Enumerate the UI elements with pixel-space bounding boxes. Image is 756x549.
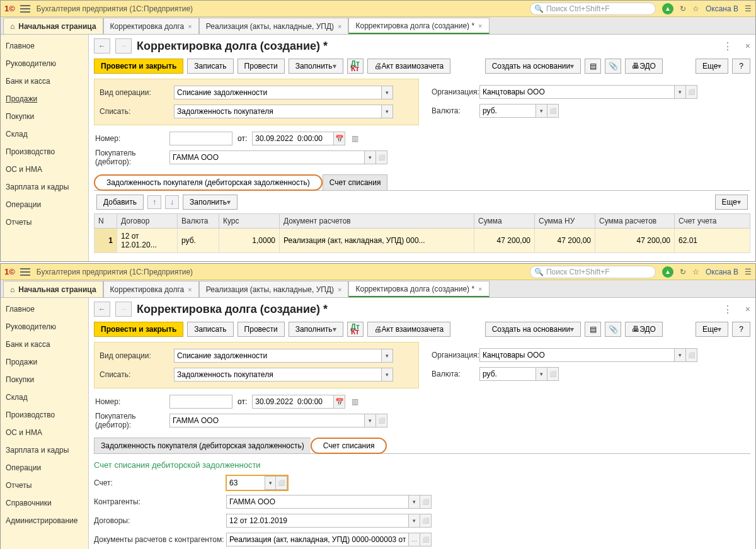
back-button[interactable]: ← — [94, 302, 110, 317]
dropdown-icon[interactable]: ▾ — [365, 414, 376, 427]
close-icon[interactable]: × — [478, 22, 482, 30]
edo-button[interactable]: 🖶 ЭДО — [625, 322, 663, 337]
nav-pokupki[interactable]: Покупки — [1, 371, 88, 388]
close-icon[interactable]: × — [338, 23, 341, 30]
hamburger-icon[interactable] — [20, 5, 30, 13]
post-button[interactable]: Провести — [238, 322, 285, 337]
dropdown-icon[interactable]: ▾ — [409, 495, 420, 509]
open-icon[interactable]: ⬜ — [547, 367, 559, 381]
hamburger-icon[interactable] — [20, 268, 30, 276]
open-icon[interactable]: ⬜ — [686, 85, 697, 99]
down-arrow-icon[interactable]: ↓ — [165, 195, 179, 209]
dropdown-icon[interactable]: ▾ — [265, 476, 276, 490]
date-input[interactable] — [252, 395, 334, 409]
tab-1[interactable]: Корректировка долга× — [103, 18, 199, 34]
nav-pokupki[interactable]: Покупки — [1, 108, 88, 125]
calendar-icon[interactable]: 📅 — [334, 395, 345, 409]
dropdown-icon[interactable]: ▾ — [365, 150, 376, 164]
dropdown-icon[interactable]: ▾ — [536, 367, 547, 381]
close-icon[interactable]: × — [338, 286, 341, 293]
star-icon[interactable]: ☆ — [692, 268, 699, 276]
search-input[interactable]: 🔍Поиск Ctrl+Shift+F — [530, 266, 656, 278]
dropdown-icon[interactable]: ▾ — [382, 349, 393, 363]
subtab-debt[interactable]: Задолженность покупателя (дебиторская за… — [100, 175, 316, 190]
close-icon[interactable]: × — [188, 23, 192, 30]
help-button[interactable]: ? — [732, 59, 750, 74]
writeoff-input[interactable] — [174, 105, 382, 118]
write-button[interactable]: Записать — [187, 322, 233, 337]
nav-operacii[interactable]: Операции — [1, 459, 88, 477]
org-input[interactable] — [479, 348, 675, 362]
user-name[interactable]: Оксана В — [706, 4, 738, 13]
date-input[interactable] — [252, 132, 334, 145]
list-icon[interactable]: ▥ — [352, 134, 358, 143]
fill-button[interactable]: Заполнить — [289, 59, 343, 74]
op-type-input[interactable] — [174, 349, 382, 363]
open-icon[interactable]: ⬜ — [420, 495, 432, 509]
tab-1[interactable]: Корректировка долга× — [103, 281, 199, 297]
fill-button[interactable]: Заполнить — [289, 322, 343, 337]
tab-2[interactable]: Реализация (акты, накладные, УПД)× — [199, 281, 349, 297]
write-button[interactable]: Записать — [187, 59, 233, 74]
open-icon[interactable]: ⬜ — [686, 348, 697, 362]
calendar-icon[interactable]: 📅 — [334, 132, 345, 145]
tab-home[interactable]: ⌂Начальная страница — [3, 18, 103, 34]
close-icon[interactable]: × — [478, 285, 482, 293]
create-based-on-button[interactable]: Создать на основании — [485, 59, 581, 74]
writeoff-input[interactable] — [174, 368, 382, 382]
more2-button[interactable]: Еще — [715, 195, 748, 210]
open-icon[interactable]: ⬜ — [376, 414, 387, 427]
number-input[interactable] — [169, 132, 232, 145]
user-name[interactable]: Оксана В — [706, 268, 738, 276]
post-and-close-button[interactable]: Провести и закрыть — [94, 59, 183, 74]
tab-2[interactable]: Реализация (акты, накладные, УПД)× — [199, 18, 349, 34]
nav-admin[interactable]: Администрирование — [1, 512, 88, 529]
act-button[interactable]: 🖨 Акт взаимозачета — [367, 59, 451, 74]
star-icon[interactable]: ☆ — [692, 4, 699, 13]
open-icon[interactable]: ⬜ — [420, 514, 432, 528]
history-icon[interactable]: ↻ — [680, 268, 686, 276]
subtab-account[interactable]: Счет списания — [317, 438, 381, 453]
tab-3[interactable]: Корректировка долга (создание) *× — [348, 281, 489, 297]
history-icon[interactable]: ↻ — [680, 4, 686, 13]
structure-button[interactable]: ▤ — [585, 322, 601, 337]
search-input[interactable]: 🔍Поиск Ctrl+Shift+F — [530, 3, 656, 15]
open-icon[interactable]: ⬜ — [276, 476, 287, 490]
subtab-account[interactable]: Счет списания — [323, 174, 388, 191]
tab-home[interactable]: ⌂Начальная страница — [3, 281, 103, 297]
nav-rukovoditelyu[interactable]: Руководителю — [1, 55, 88, 72]
close-icon[interactable]: × — [745, 41, 750, 51]
dropdown-icon[interactable]: ▾ — [409, 514, 420, 528]
create-based-on-button[interactable]: Создать на основании — [485, 322, 581, 337]
buyer-input[interactable] — [169, 414, 365, 427]
notification-icon[interactable]: ▲ — [662, 266, 673, 278]
dropdown-icon[interactable]: ▾ — [675, 348, 686, 362]
ellipsis-icon[interactable]: … — [409, 533, 420, 546]
attach-button[interactable]: 📎 — [605, 59, 621, 74]
menu-bars-icon[interactable]: ☰ — [745, 268, 752, 276]
nav-zarplata[interactable]: Зарплата и кадры — [1, 178, 88, 196]
nav-prodazhi[interactable]: Продажи — [1, 90, 88, 108]
notification-icon[interactable]: ▲ — [662, 3, 673, 14]
dropdown-icon[interactable]: ▾ — [382, 368, 393, 382]
post-button[interactable]: Провести — [238, 59, 285, 74]
more-button[interactable]: Еще — [696, 322, 728, 337]
nav-otchety[interactable]: Отчеты — [1, 213, 88, 231]
nav-os[interactable]: ОС и НМА — [1, 424, 88, 441]
post-and-close-button[interactable]: Провести и закрыть — [94, 322, 183, 337]
nav-glavnoe[interactable]: Главное — [1, 300, 88, 318]
more-button[interactable]: Еще — [696, 59, 728, 74]
op-type-input[interactable] — [174, 86, 382, 99]
acc-input[interactable] — [227, 476, 265, 490]
open-icon[interactable]: ⬜ — [547, 104, 559, 118]
dropdown-icon[interactable]: ▾ — [382, 105, 393, 118]
up-arrow-icon[interactable]: ↑ — [147, 195, 161, 209]
dropdown-icon[interactable]: ▾ — [536, 104, 547, 118]
dropdown-icon[interactable]: ▾ — [382, 86, 393, 99]
dtkt-button[interactable]: ДтКт — [347, 59, 364, 74]
open-icon[interactable]: ⬜ — [420, 533, 432, 546]
tab-3[interactable]: Корректировка долга (создание) *× — [348, 18, 489, 34]
nav-spravochniki[interactable]: Справочники — [1, 494, 88, 512]
nav-glavnoe[interactable]: Главное — [1, 37, 88, 55]
nav-proizvodstvo[interactable]: Производство — [1, 406, 88, 424]
